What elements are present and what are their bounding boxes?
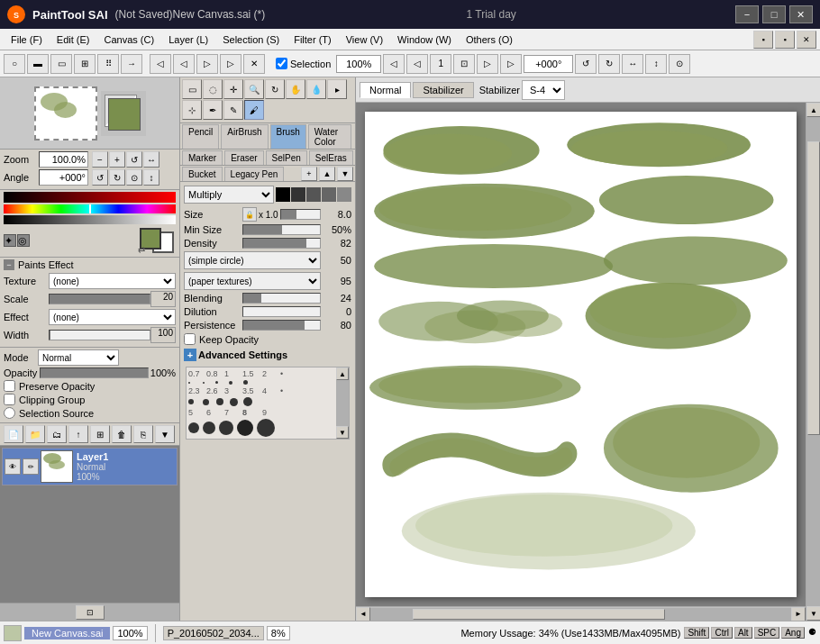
blend-mode-select[interactable]: Multiply bbox=[184, 186, 274, 204]
layer-up-btn[interactable]: ↑ bbox=[68, 425, 88, 443]
hscroll-track[interactable] bbox=[370, 608, 791, 621]
dot-4[interactable] bbox=[243, 397, 252, 406]
hscroll-thumb[interactable] bbox=[413, 609, 665, 620]
brush-scroll-up[interactable]: ▲ bbox=[319, 167, 335, 181]
keep-opacity-check[interactable] bbox=[184, 333, 196, 345]
dot-15[interactable] bbox=[229, 381, 232, 385]
dot-5[interactable] bbox=[188, 422, 199, 433]
tool-rect2[interactable]: ▭ bbox=[50, 54, 72, 74]
rotate-ccw[interactable]: ↺ bbox=[575, 54, 597, 74]
dot-07[interactable] bbox=[188, 382, 190, 384]
move-tool[interactable]: ✛ bbox=[223, 79, 243, 99]
zoom-btn1[interactable]: ◁ bbox=[383, 54, 405, 74]
color-bar-red[interactable] bbox=[4, 192, 176, 203]
brush-tab-watercolor[interactable]: Water Color bbox=[308, 124, 351, 149]
dot-6[interactable] bbox=[203, 422, 215, 434]
nav-btn1[interactable]: ◁ bbox=[150, 54, 171, 74]
layer-folder-btn[interactable]: 🗂 bbox=[47, 425, 67, 443]
texture-select[interactable]: (none) bbox=[49, 273, 176, 289]
preserve-opacity-check[interactable] bbox=[4, 380, 15, 392]
mode-tab-normal[interactable]: Normal bbox=[360, 82, 411, 98]
blend-icon-5[interactable] bbox=[337, 187, 351, 202]
paints-effect-collapse[interactable]: − bbox=[4, 259, 14, 270]
dot-7[interactable] bbox=[219, 421, 233, 435]
vscroll-track[interactable] bbox=[806, 117, 820, 606]
brush-tool active[interactable]: 🖌 bbox=[244, 100, 264, 120]
layer-edit-button[interactable]: ✏ bbox=[23, 458, 39, 475]
width-slider[interactable] bbox=[49, 330, 150, 340]
stabilizer-select[interactable]: S-4 bbox=[522, 80, 565, 100]
zoom-input[interactable] bbox=[336, 55, 381, 73]
dot-35[interactable] bbox=[230, 398, 238, 406]
menu-window[interactable]: Window (W) bbox=[390, 32, 459, 47]
layer-vis-button[interactable]: 👁 bbox=[5, 458, 21, 475]
color-wheel-icon[interactable]: ◎ bbox=[17, 234, 30, 247]
menu-edit[interactable]: Edit (E) bbox=[50, 32, 97, 47]
density-slider[interactable] bbox=[242, 238, 321, 249]
paper-texture-select[interactable]: (paper textures) bbox=[184, 272, 321, 290]
canvas-viewport[interactable] bbox=[356, 103, 806, 606]
panel-btn-3[interactable]: ✕ bbox=[797, 31, 816, 49]
brush-tab-legacypen[interactable]: Legacy Pen bbox=[224, 167, 285, 181]
dot-2[interactable] bbox=[243, 380, 248, 385]
brush-tab-eraser[interactable]: Eraser bbox=[224, 150, 263, 165]
layer-more-btn[interactable]: ▼ bbox=[155, 425, 175, 443]
dot-08[interactable] bbox=[203, 382, 205, 384]
canvas-preview-btn[interactable]: ⊡ bbox=[76, 605, 105, 620]
tool-rect[interactable]: ▬ bbox=[27, 54, 49, 74]
color-bar-rainbow[interactable] bbox=[4, 204, 176, 213]
pen2-tool[interactable]: ✎ bbox=[223, 100, 243, 120]
brush-tab-brush[interactable]: Brush bbox=[270, 124, 306, 149]
reset[interactable]: ⊙ bbox=[669, 54, 690, 74]
dot-23[interactable] bbox=[188, 399, 194, 404]
zoom-btn2[interactable]: ◁ bbox=[406, 54, 428, 74]
mode-tab-stabilizer[interactable]: Stabilizer bbox=[413, 82, 473, 98]
menu-file[interactable]: File (F) bbox=[4, 32, 50, 47]
swap-colors-icon[interactable]: ⇄ bbox=[138, 245, 145, 255]
layer-item[interactable]: 👁 ✏ Layer1 Normal 100% bbox=[2, 448, 178, 485]
eyedrop-tool[interactable]: 💧 bbox=[306, 79, 326, 99]
pen-tool[interactable]: ✒ bbox=[203, 100, 223, 120]
dot-1[interactable] bbox=[215, 381, 218, 384]
brush-tab-pencil[interactable]: Pencil bbox=[182, 124, 219, 149]
nav-btn3[interactable]: ▷ bbox=[196, 54, 218, 74]
layer-copy-btn[interactable]: ⎘ bbox=[133, 425, 153, 443]
zoom-btn4[interactable]: ▷ bbox=[500, 54, 522, 74]
rotate-tool[interactable]: ↻ bbox=[265, 79, 285, 99]
zoom-minus[interactable]: − bbox=[92, 151, 108, 168]
angle-reset[interactable]: ⊙ bbox=[126, 169, 142, 186]
menu-canvas[interactable]: Canvas (C) bbox=[97, 32, 162, 47]
clipping-group-check[interactable] bbox=[4, 394, 15, 405]
brush-scroll-down[interactable]: ▼ bbox=[337, 167, 353, 181]
fill-tool[interactable]: ▸ bbox=[327, 79, 347, 99]
blend-icon-2[interactable] bbox=[291, 187, 305, 202]
layer-delete-btn[interactable]: 🗑 bbox=[112, 425, 132, 443]
new-layer-btn[interactable]: 📄 bbox=[4, 425, 23, 443]
selection-source-radio[interactable] bbox=[4, 407, 15, 419]
lasso-tool[interactable]: ◌ bbox=[203, 79, 223, 99]
menu-filter[interactable]: Filter (T) bbox=[287, 32, 339, 47]
selection-check[interactable]: Selection bbox=[276, 58, 331, 69]
min-size-slider[interactable] bbox=[242, 224, 321, 235]
add-brush-btn[interactable]: + bbox=[301, 167, 317, 181]
marquee-tool[interactable]: ▭ bbox=[182, 79, 202, 99]
blend-icon-1[interactable] bbox=[276, 187, 290, 202]
maximize-button[interactable]: □ bbox=[762, 5, 786, 23]
pipette-icon[interactable]: ✦ bbox=[4, 234, 16, 247]
angle-flip[interactable]: ↕ bbox=[143, 169, 159, 186]
hscroll-right-btn[interactable]: ► bbox=[791, 607, 806, 621]
size-lock-btn[interactable]: 🔒 bbox=[242, 207, 257, 222]
zoom-plus[interactable]: + bbox=[109, 151, 125, 168]
hscroll-left-btn[interactable]: ◄ bbox=[356, 607, 370, 621]
tool-circle[interactable]: ○ bbox=[4, 54, 25, 74]
menu-view[interactable]: View (V) bbox=[339, 32, 390, 47]
new-folder-btn[interactable]: 📁 bbox=[25, 425, 45, 443]
tool-arrow[interactable]: → bbox=[121, 54, 142, 74]
effect-select[interactable]: (none) bbox=[49, 309, 176, 325]
angle-ccw[interactable]: ↺ bbox=[92, 169, 108, 186]
vscroll-thumb[interactable] bbox=[807, 141, 820, 435]
menu-others[interactable]: Others (O) bbox=[459, 32, 520, 47]
blending-slider[interactable] bbox=[242, 293, 321, 304]
mode-select[interactable]: Normal bbox=[38, 349, 119, 366]
brush-tab-seleras[interactable]: SelEras bbox=[309, 150, 353, 165]
